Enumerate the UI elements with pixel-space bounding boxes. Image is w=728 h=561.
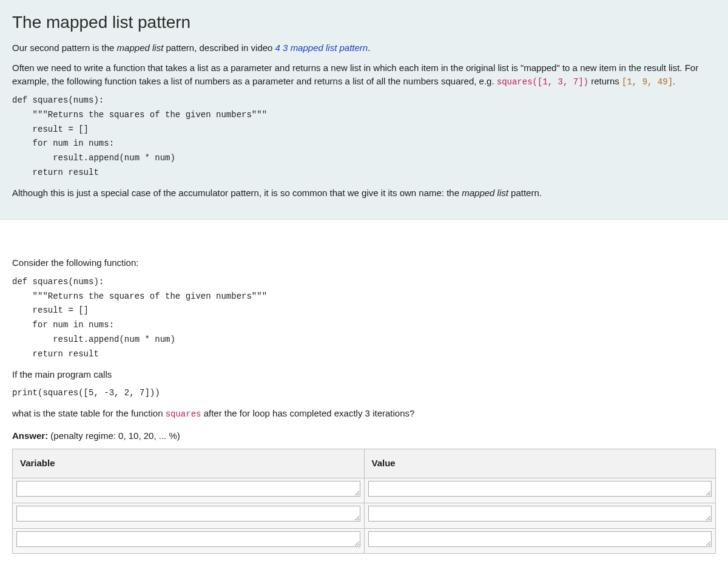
code-block-question-def: def squares(nums): """Returns the square… [12, 275, 716, 362]
value-input[interactable] [368, 506, 712, 522]
example-result-code: [1, 9, 49] [622, 77, 673, 87]
page-title: The mapped list pattern [12, 10, 716, 35]
value-input[interactable] [368, 531, 712, 547]
value-input[interactable] [368, 481, 712, 497]
table-row [13, 478, 716, 503]
table-row [13, 528, 716, 554]
section-divider [0, 220, 728, 244]
table-row [13, 503, 716, 529]
example-call-code: squares([1, 3, 7]) [497, 77, 588, 87]
table-header-variable: Variable [13, 449, 365, 478]
question-text: what is the state table for the function… [12, 407, 716, 421]
table-header-value: Value [364, 449, 716, 478]
closing-paragraph: Although this is just a special case of … [12, 186, 716, 200]
intro-paragraph: Our second pattern is the mapped list pa… [12, 41, 716, 55]
explanation-panel: The mapped list pattern Our second patte… [0, 0, 728, 220]
state-table: Variable Value [12, 449, 716, 554]
consider-text: Consider the following function: [12, 256, 716, 270]
variable-input[interactable] [16, 481, 360, 497]
video-link[interactable]: 4 3 mapped list pattern [275, 42, 368, 53]
description-paragraph: Often we need to write a function that t… [12, 61, 716, 89]
variable-input[interactable] [16, 531, 360, 547]
code-block-squares-def: def squares(nums): """Returns the square… [12, 93, 716, 180]
code-block-print-call: print(squares([5, -3, 2, 7])) [12, 386, 716, 401]
question-function-code: squares [166, 409, 201, 419]
question-panel: Consider the following function: def squ… [0, 244, 728, 561]
answer-label-line: Answer: (penalty regime: 0, 10, 20, ... … [12, 429, 716, 443]
variable-input[interactable] [16, 506, 360, 522]
main-program-calls-text: If the main program calls [12, 368, 716, 382]
